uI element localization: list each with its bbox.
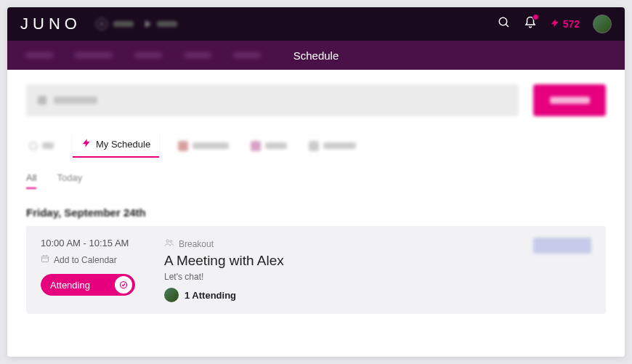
add-to-calendar-label: Add to Calendar	[54, 255, 117, 265]
event-category: Breakout	[164, 238, 497, 250]
search-button-label	[550, 97, 590, 104]
subtab-all[interactable]: All	[26, 172, 36, 189]
search-placeholder	[54, 97, 97, 104]
tab-label-placeholder	[265, 142, 287, 149]
bolt-icon	[550, 18, 560, 31]
tab-icon	[29, 142, 38, 150]
user-avatar[interactable]	[593, 15, 612, 33]
toggle-knob	[115, 276, 132, 294]
bell-icon	[524, 19, 537, 31]
main-nav: Schedule	[7, 41, 625, 70]
notifications-button[interactable]	[524, 16, 537, 32]
tab-icon	[178, 141, 188, 151]
svg-point-7	[166, 240, 169, 243]
tab-label-placeholder	[193, 142, 229, 149]
topbar: JUNO 572	[7, 7, 625, 41]
nav-item-placeholder[interactable]	[134, 52, 162, 58]
event-description: Let's chat!	[164, 272, 497, 282]
event-details: Breakout A Meeting with Alex Let's chat!…	[164, 238, 497, 302]
points-value: 572	[563, 18, 580, 30]
nav-item-placeholder[interactable]	[184, 52, 211, 58]
attendee-avatar[interactable]	[164, 288, 179, 302]
attendees-row: 1 Attending	[164, 288, 497, 302]
notification-badge	[532, 14, 539, 20]
attending-label: Attending	[50, 280, 115, 291]
attending-toggle[interactable]: Attending	[41, 274, 135, 296]
tab-item[interactable]	[248, 137, 290, 155]
date-header: Friday, September 24th	[26, 206, 606, 219]
search-button[interactable]	[533, 84, 606, 116]
svg-point-0	[499, 17, 507, 25]
search-field-icon	[38, 96, 46, 105]
search-row	[26, 84, 606, 116]
control-placeholder	[113, 21, 134, 27]
event-title: A Meeting with Alex	[164, 253, 497, 269]
content-area: My Schedule All Today Friday, September …	[7, 70, 625, 328]
filter-subtabs: All Today	[26, 172, 606, 189]
svg-rect-2	[42, 256, 49, 262]
topbar-right: 572	[498, 15, 612, 33]
nav-item-placeholder[interactable]	[75, 52, 113, 58]
bolt-icon	[81, 138, 92, 150]
nav-item-placeholder[interactable]	[25, 52, 53, 58]
event-card[interactable]: 10:00 AM - 10:15 AM Add to Calendar Atte…	[26, 226, 606, 314]
tab-label: My Schedule	[96, 139, 150, 150]
event-time: 10:00 AM - 10:15 AM	[41, 238, 142, 248]
points-display[interactable]: 572	[550, 18, 580, 31]
topbar-media-controls	[96, 18, 177, 30]
event-actions	[519, 238, 591, 302]
tab-label-placeholder	[42, 142, 54, 149]
tab-icon	[309, 141, 319, 151]
control-placeholder	[157, 21, 177, 27]
nav-item-schedule[interactable]: Schedule	[293, 49, 339, 62]
schedule-tabs: My Schedule	[26, 134, 606, 158]
nav-items-blurred	[25, 52, 261, 58]
tab-label-placeholder	[323, 142, 356, 149]
add-to-calendar-button[interactable]: Add to Calendar	[41, 254, 142, 265]
event-meta: 10:00 AM - 10:15 AM Add to Calendar Atte…	[41, 238, 142, 302]
tab-icon	[251, 141, 261, 151]
tab-item[interactable]	[26, 137, 57, 155]
tab-item[interactable]	[175, 137, 232, 155]
event-status-badge[interactable]	[533, 238, 591, 254]
brand-logo[interactable]: JUNO	[20, 15, 81, 33]
calendar-icon	[41, 254, 49, 265]
attendee-count: 1 Attending	[185, 290, 236, 301]
nav-item-placeholder[interactable]	[233, 52, 261, 58]
svg-line-1	[506, 24, 509, 27]
search-input[interactable]	[26, 84, 519, 116]
tab-my-schedule[interactable]: My Schedule	[73, 134, 159, 158]
subtab-today[interactable]: Today	[57, 172, 82, 189]
record-icon[interactable]	[96, 18, 108, 30]
tab-item[interactable]	[306, 137, 359, 155]
app-window: JUNO 572	[7, 7, 625, 357]
search-icon[interactable]	[498, 16, 511, 32]
play-icon[interactable]	[145, 20, 151, 28]
event-tag-label: Breakout	[179, 239, 214, 249]
people-icon	[164, 238, 174, 250]
svg-point-8	[170, 240, 172, 243]
